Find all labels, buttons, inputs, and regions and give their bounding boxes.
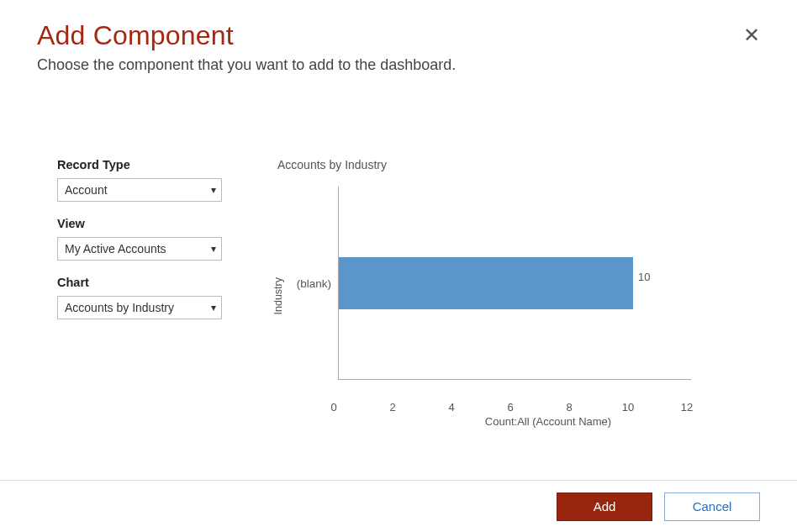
content-area: Record Type Account ▾ View My Active Acc…	[37, 158, 760, 405]
dialog-subtitle: Choose the component that you want to ad…	[37, 56, 760, 74]
chevron-down-icon: ▾	[211, 243, 216, 255]
chart-x-tick: 10	[622, 401, 634, 413]
chart-column: Accounts by Industry Industry (blank) 10…	[272, 158, 760, 405]
chart-x-tick: 6	[507, 401, 513, 413]
chart-x-tick: 2	[389, 401, 395, 413]
close-icon[interactable]: ✕	[743, 25, 760, 45]
chart-label: Chart	[57, 276, 222, 289]
chevron-down-icon: ▾	[211, 184, 216, 196]
form-column: Record Type Account ▾ View My Active Acc…	[37, 158, 222, 334]
cancel-button[interactable]: Cancel	[664, 492, 760, 521]
chart-ylabel: Industry	[272, 277, 284, 314]
chart-box: Industry (blank) 10 024681012 Count:All …	[272, 187, 735, 405]
chart-value: Accounts by Industry	[65, 301, 174, 314]
dialog-footer: Add Cancel	[0, 480, 797, 532]
chart-select[interactable]: Accounts by Industry ▾	[57, 296, 222, 319]
chart-x-tick: 12	[681, 401, 693, 413]
record-type-value: Account	[65, 183, 108, 197]
chart-category-label: (blank)	[289, 187, 338, 380]
chart-title: Accounts by Industry	[277, 158, 735, 171]
record-type-label: Record Type	[57, 158, 222, 171]
view-value: My Active Accounts	[65, 242, 166, 255]
chart-plot-area: 10 024681012	[338, 187, 691, 380]
add-component-dialog: Add Component Choose the component that …	[0, 0, 797, 532]
view-select[interactable]: My Active Accounts ▾	[57, 237, 222, 261]
view-label: View	[57, 217, 222, 230]
record-type-select[interactable]: Account ▾	[57, 178, 222, 202]
chart-x-tick: 8	[566, 401, 572, 413]
chart-bar	[339, 257, 633, 309]
dialog-title: Add Component	[37, 20, 760, 51]
chart-plot: 10 024681012 Count:All (Account Name)	[338, 187, 708, 405]
chart-x-tick: 0	[330, 401, 336, 413]
chart-bar-value: 10	[638, 271, 650, 283]
chevron-down-icon: ▾	[211, 302, 216, 313]
chart-xlabel: Count:All (Account Name)	[388, 415, 708, 428]
chart-x-tick: 4	[448, 401, 454, 413]
add-button[interactable]: Add	[557, 492, 652, 521]
